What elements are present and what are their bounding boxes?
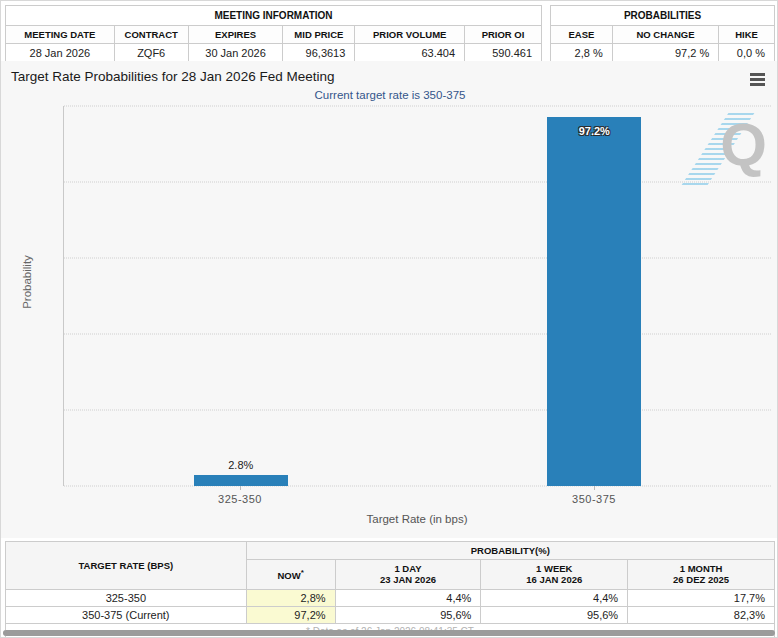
- watermark-q-letter: Q: [720, 115, 767, 175]
- day-cell: 4,4%: [335, 589, 481, 606]
- top-info-tables: MEETING INFORMATION MEETING DATE CONTRAC…: [5, 5, 775, 63]
- bar-value-label: 2.8%: [64, 459, 418, 471]
- target-rate-header: TARGET RATE (BPS): [6, 542, 247, 590]
- prior-volume-value: 63.404: [355, 44, 465, 63]
- one-day-header: 1 DAY23 JAN 2026: [335, 560, 481, 590]
- col-ease: EASE: [551, 26, 613, 44]
- plot-area: 2.8% 97.2%: [63, 106, 771, 486]
- meeting-info-header-row: MEETING DATE CONTRACT EXPIRES MID PRICE …: [6, 26, 542, 44]
- probabilities-value-row: 2,8 % 97,2 % 0,0 %: [551, 44, 775, 63]
- expires-value: 30 Jan 2026: [188, 44, 283, 63]
- col-mid-price: MID PRICE: [283, 26, 355, 44]
- bar-slot-325-350: 2.8%: [64, 106, 418, 486]
- probability-history-table: TARGET RATE (BPS) PROBABILITY(%) NOW* 1 …: [5, 541, 775, 638]
- target-rate-cell: 350-375 (Current): [6, 606, 247, 623]
- probabilities-header-row: EASE NO CHANGE HIKE: [551, 26, 775, 44]
- day-cell: 95,6%: [335, 606, 481, 623]
- scrollbar-thumb[interactable]: [3, 630, 775, 636]
- x-tick: [240, 486, 241, 490]
- no-change-value: 97,2 %: [612, 44, 718, 63]
- prior-oi-value: 590.461: [465, 44, 542, 63]
- chart-subtitle: Current target rate is 350-375: [1, 89, 778, 101]
- footnote-asterisk: *: [301, 568, 304, 577]
- one-month-header: 1 MONTH26 DEZ 2025: [628, 560, 775, 590]
- table-row: 325-350 2,8% 4,4% 4,4% 17,7%: [6, 589, 775, 606]
- col-prior-oi: PRIOR OI: [465, 26, 542, 44]
- meeting-date-value: 28 Jan 2026: [6, 44, 115, 63]
- probabilities-summary-table: PROBABILITIES EASE NO CHANGE HIKE 2,8 % …: [550, 5, 775, 63]
- col-no-change: NO CHANGE: [612, 26, 718, 44]
- bar[interactable]: [194, 475, 288, 486]
- meeting-information-table: MEETING INFORMATION MEETING DATE CONTRAC…: [5, 5, 542, 63]
- col-contract: CONTRACT: [114, 26, 188, 44]
- fedwatch-page: MEETING INFORMATION MEETING DATE CONTRAC…: [0, 0, 778, 638]
- mid-price-value: 96,3613: [283, 44, 355, 63]
- bar[interactable]: [547, 117, 641, 486]
- now-header: NOW*: [246, 560, 335, 590]
- probability-group-header: PROBABILITY(%): [246, 542, 774, 560]
- col-expires: EXPIRES: [188, 26, 283, 44]
- contract-value: ZQF6: [114, 44, 188, 63]
- now-cell: 2,8%: [246, 589, 335, 606]
- month-cell: 82,3%: [628, 606, 775, 623]
- meeting-info-value-row: 28 Jan 2026 ZQF6 30 Jan 2026 96,3613 63.…: [6, 44, 542, 63]
- x-category-label: 325-350: [140, 493, 340, 505]
- x-axis-title: Target Rate (in bps): [63, 513, 771, 525]
- one-week-header: 1 WEEK16 JAN 2026: [481, 560, 628, 590]
- week-cell: 95,6%: [481, 606, 628, 623]
- now-cell: 97,2%: [246, 606, 335, 623]
- x-tick: [594, 486, 595, 490]
- month-cell: 17,7%: [628, 589, 775, 606]
- quikstrike-watermark: Q: [689, 111, 769, 187]
- target-rate-cell: 325-350: [6, 589, 247, 606]
- col-prior-volume: PRIOR VOLUME: [355, 26, 465, 44]
- hamburger-menu-icon[interactable]: [750, 73, 766, 88]
- x-category-label: 350-375: [494, 493, 694, 505]
- hike-value: 0,0 %: [719, 44, 775, 63]
- table-row: 350-375 (Current) 97,2% 95,6% 95,6% 82,3…: [6, 606, 775, 623]
- col-meeting-date: MEETING DATE: [6, 26, 115, 44]
- week-cell: 4,4%: [481, 589, 628, 606]
- ease-value: 2,8 %: [551, 44, 613, 63]
- chart-panel: Target Rate Probabilities for 28 Jan 202…: [1, 61, 778, 538]
- horizontal-scrollbar: [3, 630, 775, 636]
- probabilities-title: PROBABILITIES: [551, 6, 775, 26]
- chart-title: Target Rate Probabilities for 28 Jan 202…: [11, 69, 334, 84]
- y-axis-title: Probability: [21, 222, 33, 342]
- col-hike: HIKE: [719, 26, 775, 44]
- meeting-info-title: MEETING INFORMATION: [6, 6, 542, 26]
